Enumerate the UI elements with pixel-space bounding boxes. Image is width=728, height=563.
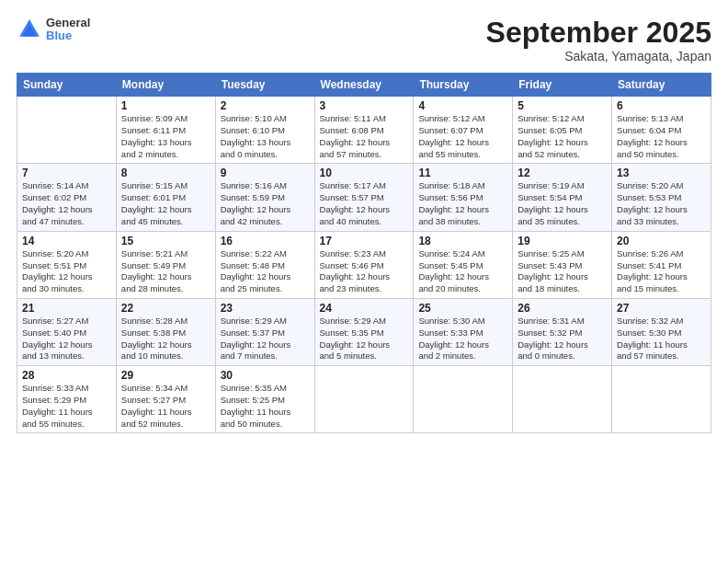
day-info: Sunrise: 5:14 AMSunset: 6:02 PMDaylight:… <box>22 180 111 227</box>
day-number: 15 <box>121 235 210 247</box>
day-info: Sunrise: 5:33 AMSunset: 5:29 PMDaylight:… <box>22 383 111 430</box>
calendar-cell: 28Sunrise: 5:33 AMSunset: 5:29 PMDayligh… <box>17 366 117 433</box>
day-info: Sunrise: 5:23 AMSunset: 5:46 PMDaylight:… <box>320 248 409 295</box>
calendar-table: SundayMondayTuesdayWednesdayThursdayFrid… <box>17 73 711 433</box>
calendar-cell: 14Sunrise: 5:20 AMSunset: 5:51 PMDayligh… <box>17 231 117 298</box>
day-number: 12 <box>518 167 607 179</box>
day-info: Sunrise: 5:24 AMSunset: 5:45 PMDaylight:… <box>418 248 507 295</box>
calendar-cell: 27Sunrise: 5:32 AMSunset: 5:30 PMDayligh… <box>612 298 711 365</box>
day-info: Sunrise: 5:22 AMSunset: 5:48 PMDaylight:… <box>221 248 310 295</box>
calendar-cell: 1Sunrise: 5:09 AMSunset: 6:11 PMDaylight… <box>116 97 215 164</box>
day-info: Sunrise: 5:25 AMSunset: 5:43 PMDaylight:… <box>518 248 607 295</box>
calendar-cell: 11Sunrise: 5:18 AMSunset: 5:56 PMDayligh… <box>414 164 513 231</box>
col-header-monday: Monday <box>116 74 215 97</box>
calendar-cell: 13Sunrise: 5:20 AMSunset: 5:53 PMDayligh… <box>612 164 711 231</box>
calendar-week-row: 7Sunrise: 5:14 AMSunset: 6:02 PMDaylight… <box>17 164 711 231</box>
day-number: 7 <box>22 167 111 179</box>
calendar-cell: 25Sunrise: 5:30 AMSunset: 5:33 PMDayligh… <box>414 298 513 365</box>
calendar-cell: 19Sunrise: 5:25 AMSunset: 5:43 PMDayligh… <box>513 231 612 298</box>
col-header-friday: Friday <box>513 74 612 97</box>
logo-icon <box>17 17 42 42</box>
calendar-cell: 8Sunrise: 5:15 AMSunset: 6:01 PMDaylight… <box>116 164 215 231</box>
day-number: 26 <box>518 302 607 315</box>
calendar-cell: 6Sunrise: 5:13 AMSunset: 6:04 PMDaylight… <box>612 97 711 164</box>
day-info: Sunrise: 5:11 AMSunset: 6:08 PMDaylight:… <box>320 113 409 160</box>
calendar-cell <box>17 97 117 164</box>
col-header-saturday: Saturday <box>612 74 711 97</box>
calendar-cell: 21Sunrise: 5:27 AMSunset: 5:40 PMDayligh… <box>17 298 117 365</box>
calendar-header-row: SundayMondayTuesdayWednesdayThursdayFrid… <box>17 74 711 97</box>
day-info: Sunrise: 5:18 AMSunset: 5:56 PMDaylight:… <box>418 180 507 227</box>
day-info: Sunrise: 5:12 AMSunset: 6:07 PMDaylight:… <box>418 113 507 160</box>
day-number: 2 <box>221 99 310 112</box>
calendar-cell: 9Sunrise: 5:16 AMSunset: 5:59 PMDaylight… <box>215 164 314 231</box>
day-number: 10 <box>320 167 409 179</box>
day-info: Sunrise: 5:13 AMSunset: 6:04 PMDaylight:… <box>617 113 706 160</box>
calendar-cell: 10Sunrise: 5:17 AMSunset: 5:57 PMDayligh… <box>314 164 414 231</box>
calendar-cell: 12Sunrise: 5:19 AMSunset: 5:54 PMDayligh… <box>513 164 612 231</box>
title-block: September 2025 Sakata, Yamagata, Japan <box>486 17 711 63</box>
day-number: 27 <box>617 302 706 315</box>
calendar-cell: 22Sunrise: 5:28 AMSunset: 5:38 PMDayligh… <box>116 298 215 365</box>
day-number: 20 <box>617 235 706 247</box>
day-number: 30 <box>221 369 310 382</box>
calendar-cell: 15Sunrise: 5:21 AMSunset: 5:49 PMDayligh… <box>116 231 215 298</box>
day-number: 4 <box>418 99 507 112</box>
day-number: 25 <box>418 302 507 315</box>
day-number: 18 <box>418 235 507 247</box>
day-number: 5 <box>518 99 607 112</box>
day-info: Sunrise: 5:21 AMSunset: 5:49 PMDaylight:… <box>121 248 210 295</box>
col-header-tuesday: Tuesday <box>215 74 314 97</box>
day-number: 21 <box>22 302 111 315</box>
calendar-cell: 17Sunrise: 5:23 AMSunset: 5:46 PMDayligh… <box>314 231 414 298</box>
location-subtitle: Sakata, Yamagata, Japan <box>486 49 711 63</box>
day-info: Sunrise: 5:28 AMSunset: 5:38 PMDaylight:… <box>121 316 210 362</box>
day-info: Sunrise: 5:34 AMSunset: 5:27 PMDaylight:… <box>121 383 210 430</box>
logo-blue: Blue <box>46 29 90 42</box>
calendar-cell: 20Sunrise: 5:26 AMSunset: 5:41 PMDayligh… <box>612 231 711 298</box>
calendar-cell: 3Sunrise: 5:11 AMSunset: 6:08 PMDaylight… <box>314 97 414 164</box>
month-title: September 2025 <box>486 17 711 49</box>
day-number: 8 <box>121 167 210 179</box>
calendar-week-row: 28Sunrise: 5:33 AMSunset: 5:29 PMDayligh… <box>17 366 711 433</box>
day-number: 23 <box>221 302 310 315</box>
calendar-cell: 26Sunrise: 5:31 AMSunset: 5:32 PMDayligh… <box>513 298 612 365</box>
day-info: Sunrise: 5:29 AMSunset: 5:37 PMDaylight:… <box>221 316 310 362</box>
day-info: Sunrise: 5:15 AMSunset: 6:01 PMDaylight:… <box>121 180 210 227</box>
calendar-cell: 7Sunrise: 5:14 AMSunset: 6:02 PMDaylight… <box>17 164 117 231</box>
day-info: Sunrise: 5:31 AMSunset: 5:32 PMDaylight:… <box>518 316 607 362</box>
calendar-cell: 29Sunrise: 5:34 AMSunset: 5:27 PMDayligh… <box>116 366 215 433</box>
header: General Blue September 2025 Sakata, Yama… <box>17 17 711 63</box>
day-info: Sunrise: 5:19 AMSunset: 5:54 PMDaylight:… <box>518 180 607 227</box>
day-info: Sunrise: 5:10 AMSunset: 6:10 PMDaylight:… <box>221 113 310 160</box>
calendar-cell <box>314 366 414 433</box>
day-number: 1 <box>121 99 210 112</box>
day-number: 28 <box>22 369 111 382</box>
page: General Blue September 2025 Sakata, Yama… <box>0 0 728 563</box>
day-info: Sunrise: 5:20 AMSunset: 5:53 PMDaylight:… <box>617 180 706 227</box>
calendar-cell <box>513 366 612 433</box>
day-info: Sunrise: 5:20 AMSunset: 5:51 PMDaylight:… <box>22 248 111 295</box>
logo: General Blue <box>17 17 90 43</box>
day-info: Sunrise: 5:09 AMSunset: 6:11 PMDaylight:… <box>121 113 210 160</box>
day-number: 24 <box>320 302 409 315</box>
calendar-week-row: 1Sunrise: 5:09 AMSunset: 6:11 PMDaylight… <box>17 97 711 164</box>
day-number: 13 <box>617 167 706 179</box>
day-info: Sunrise: 5:17 AMSunset: 5:57 PMDaylight:… <box>320 180 409 227</box>
day-number: 22 <box>121 302 210 315</box>
col-header-sunday: Sunday <box>17 74 117 97</box>
col-header-wednesday: Wednesday <box>314 74 414 97</box>
day-info: Sunrise: 5:27 AMSunset: 5:40 PMDaylight:… <box>22 316 111 362</box>
logo-text: General Blue <box>46 17 90 43</box>
day-info: Sunrise: 5:12 AMSunset: 6:05 PMDaylight:… <box>518 113 607 160</box>
day-number: 6 <box>617 99 706 112</box>
calendar-cell: 4Sunrise: 5:12 AMSunset: 6:07 PMDaylight… <box>414 97 513 164</box>
day-info: Sunrise: 5:16 AMSunset: 5:59 PMDaylight:… <box>221 180 310 227</box>
calendar-week-row: 21Sunrise: 5:27 AMSunset: 5:40 PMDayligh… <box>17 298 711 365</box>
calendar-cell: 18Sunrise: 5:24 AMSunset: 5:45 PMDayligh… <box>414 231 513 298</box>
day-info: Sunrise: 5:30 AMSunset: 5:33 PMDaylight:… <box>418 316 507 362</box>
calendar-cell: 24Sunrise: 5:29 AMSunset: 5:35 PMDayligh… <box>314 298 414 365</box>
col-header-thursday: Thursday <box>414 74 513 97</box>
calendar-cell <box>414 366 513 433</box>
day-number: 19 <box>518 235 607 247</box>
